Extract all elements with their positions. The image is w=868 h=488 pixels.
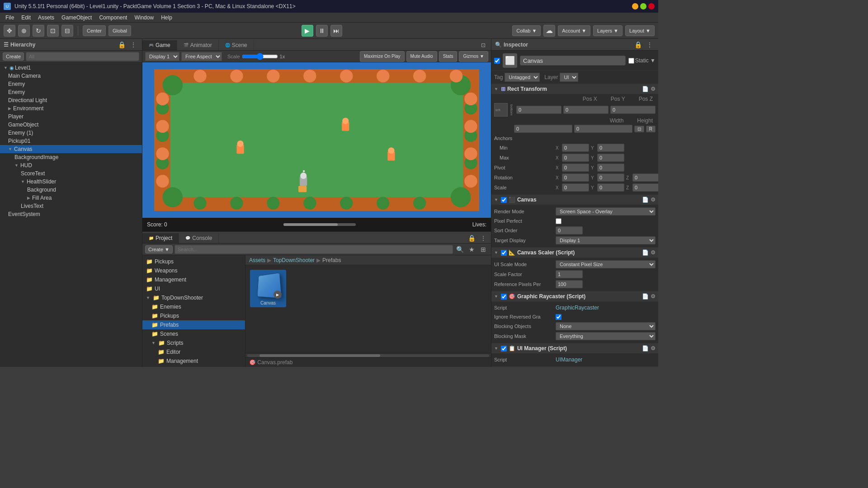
rot-y[interactable] xyxy=(597,174,624,182)
render-mode-select[interactable]: Screen Space - Overlay xyxy=(556,207,656,216)
sidebar-topdownshooter[interactable]: ▼ 📁 TopDownShooter xyxy=(142,293,245,302)
tool-move[interactable]: ⊕ xyxy=(18,25,30,37)
hierarchy-item-background[interactable]: Background xyxy=(0,186,142,194)
hierarchy-item-canvas[interactable]: ▼ Canvas xyxy=(0,145,142,153)
scale-slider[interactable] xyxy=(242,53,278,60)
search-icon-btn[interactable]: 🔍 xyxy=(455,244,465,254)
maximize-btn[interactable] xyxy=(640,3,646,9)
center-btn[interactable]: Center xyxy=(83,25,106,36)
pause-btn[interactable]: ⏸ xyxy=(316,25,328,37)
hierarchy-item-enemy1[interactable]: Enemy xyxy=(0,80,142,88)
rect-gear-icon[interactable]: ⚙ xyxy=(651,86,656,92)
minimize-btn[interactable] xyxy=(632,3,638,9)
sidebar-ui[interactable]: 📁 UI xyxy=(142,284,245,293)
rect-transform-header[interactable]: ▼ ⊞ Rect Transform 📄 ⚙ xyxy=(491,84,658,94)
project-menu[interactable]: ⋮ xyxy=(478,233,488,243)
anchormax-x[interactable] xyxy=(562,154,589,162)
hierarchy-item-gameobject[interactable]: GameObject xyxy=(0,121,142,129)
tab-game[interactable]: 🎮 Game xyxy=(142,40,177,50)
ui-scale-mode-select[interactable]: Constant Pixel Size xyxy=(556,260,656,268)
account-btn[interactable]: Account ▼ xyxy=(558,25,590,36)
hierarchy-item-livestext[interactable]: LivesText xyxy=(0,202,142,210)
menu-file[interactable]: File xyxy=(2,14,18,22)
window-controls[interactable] xyxy=(632,3,655,9)
breadcrumb-assets[interactable]: Assets xyxy=(249,257,265,263)
hierarchy-item-dir-light[interactable]: Directional Light xyxy=(0,96,142,104)
close-btn[interactable] xyxy=(648,3,655,9)
active-checkbox[interactable] xyxy=(494,58,500,64)
favorites-btn[interactable]: ★ xyxy=(467,244,476,254)
height-input[interactable] xyxy=(574,125,632,133)
play-btn[interactable]: ▶ xyxy=(302,25,313,37)
ui-manager-header[interactable]: ▼ 📋 UI Manager (Script) 📄 ⚙ xyxy=(491,343,658,353)
rect-reset-btn[interactable]: R xyxy=(646,126,656,132)
hierarchy-item-enemy2[interactable]: Enemy xyxy=(0,88,142,96)
scaler-script-icon[interactable]: 📄 xyxy=(642,249,649,256)
hierarchy-item-main-camera[interactable]: Main Camera xyxy=(0,72,142,80)
asset-canvas-prefab[interactable]: ▶ Canvas xyxy=(250,270,286,307)
scrollbar-track[interactable] xyxy=(247,354,489,357)
sidebar-sprites[interactable]: ▼ 📁 Sprites xyxy=(142,366,245,367)
posz-input[interactable] xyxy=(610,106,656,114)
menu-edit[interactable]: Edit xyxy=(18,14,34,22)
project-scrollbar[interactable] xyxy=(245,353,491,357)
rot-z[interactable] xyxy=(632,174,658,182)
hierarchy-item-eventsystem[interactable]: EventSystem xyxy=(0,210,142,218)
graphic-raycaster-header[interactable]: ▼ 🎯 Graphic Raycaster (Script) 📄 ⚙ xyxy=(491,291,658,301)
canvas-component-header[interactable]: ▼ ⬛ Canvas 📄 ⚙ xyxy=(491,195,658,205)
raycaster-script-icon[interactable]: 📄 xyxy=(642,293,649,300)
scaler-checkbox[interactable] xyxy=(501,250,507,256)
uimanager-script-icon[interactable]: 📄 xyxy=(642,345,649,352)
tab-scene[interactable]: 🌐 Scene xyxy=(219,40,254,50)
menu-help[interactable]: Help xyxy=(157,14,176,22)
anchormax-y[interactable] xyxy=(597,154,624,162)
menu-assets[interactable]: Assets xyxy=(34,14,58,22)
scale-z[interactable] xyxy=(632,183,658,192)
canvas-comp-checkbox[interactable] xyxy=(501,197,507,203)
target-display-select[interactable]: Display 1 xyxy=(556,236,656,244)
pixel-perfect-checkbox[interactable] xyxy=(556,218,561,224)
step-btn[interactable]: ⏭ xyxy=(330,25,342,37)
global-btn[interactable]: Global xyxy=(108,25,131,36)
gizmos-btn[interactable]: Gizmos ▼ xyxy=(459,51,488,62)
maximize-on-play-btn[interactable]: Maximize On Play xyxy=(360,51,405,62)
pivot-y[interactable] xyxy=(597,164,624,172)
sidebar-editor[interactable]: 📁 Editor xyxy=(142,347,245,357)
hierarchy-item-player[interactable]: Player xyxy=(0,113,142,121)
canvas-script-icon[interactable]: 📄 xyxy=(642,197,649,203)
hierarchy-item-pickup01[interactable]: Pickup01 xyxy=(0,137,142,145)
anchormin-y[interactable] xyxy=(597,144,624,152)
sidebar-enemies[interactable]: 📁 Enemies xyxy=(142,302,245,311)
canvas-scaler-header[interactable]: ▼ 📐 Canvas Scaler (Script) 📄 ⚙ xyxy=(491,248,658,258)
rect-script-icon[interactable]: 📄 xyxy=(642,86,649,92)
tool-scale[interactable]: ⊡ xyxy=(47,25,59,37)
project-search[interactable] xyxy=(175,245,453,254)
breadcrumb-topdownshooter[interactable]: TopDownShooter xyxy=(273,257,315,263)
scale-x[interactable] xyxy=(562,183,589,192)
project-create-btn[interactable]: Create ▼ xyxy=(145,245,173,253)
layer-select[interactable]: UI xyxy=(560,73,578,82)
sidebar-weapons[interactable]: 📁 Weapons xyxy=(142,266,245,275)
posx-input[interactable] xyxy=(516,106,561,114)
view-maximize[interactable]: ⊡ xyxy=(478,40,488,50)
tab-console[interactable]: 💬 Console xyxy=(179,233,219,243)
pivot-x[interactable] xyxy=(562,164,589,172)
static-checkbox[interactable] xyxy=(628,58,634,64)
scaler-gear-icon[interactable]: ⚙ xyxy=(651,249,656,256)
project-lock[interactable]: 🔒 xyxy=(467,233,476,243)
inspector-menu[interactable]: ⋮ xyxy=(645,40,655,50)
sort-btn[interactable]: ⊞ xyxy=(478,244,488,254)
blocking-mask-select[interactable]: Everything xyxy=(556,332,656,340)
mute-audio-btn[interactable]: Mute Audio xyxy=(406,51,437,62)
tool-rotate[interactable]: ↻ xyxy=(33,25,44,37)
tab-animator[interactable]: 🎬 Animator xyxy=(177,40,219,50)
display-select[interactable]: Display 1 xyxy=(145,52,179,61)
sort-order-input[interactable] xyxy=(556,226,583,235)
scale-factor-input[interactable] xyxy=(556,270,583,278)
collab-btn[interactable]: Collab ▼ xyxy=(512,25,541,36)
hierarchy-item-healthslider[interactable]: ▼ HealthSlider xyxy=(0,178,142,186)
tab-project[interactable]: 📁 Project xyxy=(142,233,179,243)
menu-window[interactable]: Window xyxy=(131,14,157,22)
tag-select[interactable]: Untagged xyxy=(505,73,540,82)
tool-rect[interactable]: ⊟ xyxy=(61,25,73,37)
